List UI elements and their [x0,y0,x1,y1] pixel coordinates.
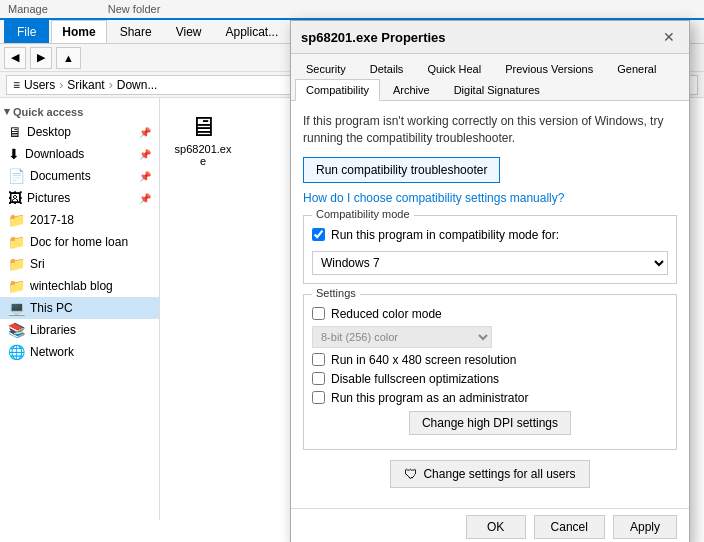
sidebar-item-thispc[interactable]: 💻 This PC [0,297,159,319]
desktop-label: Desktop [27,125,71,139]
sidebar-item-pictures[interactable]: 🖼 Pictures 📌 [0,187,159,209]
explorer-window: Manage New folder File Home Share View A… [0,0,704,542]
dochomeloan-label: Doc for home loan [30,235,128,249]
run-640-checkbox[interactable] [312,353,325,366]
documents-label: Documents [30,169,91,183]
tab-archive[interactable]: Archive [382,79,441,100]
toolbar-back-btn[interactable]: ◀ [4,47,26,69]
libraries-icon: 📚 [8,322,25,338]
disable-fullscreen-checkbox[interactable] [312,372,325,385]
breadcrumb-down: Down... [117,78,158,92]
run-admin-checkbox[interactable] [312,391,325,404]
sidebar-item-sri[interactable]: 📁 Sri [0,253,159,275]
info-text: If this program isn't working correctly … [303,113,677,147]
pin-icon-pic: 📌 [139,193,151,204]
sidebar-item-2017[interactable]: 📁 2017-18 [0,209,159,231]
pin-icon: 📌 [139,127,151,138]
breadcrumb-arrow: ≡ [13,78,20,92]
sidebar-item-documents[interactable]: 📄 Documents 📌 [0,165,159,187]
sri-label: Sri [30,257,45,271]
reduced-color-checkbox[interactable] [312,307,325,320]
ok-button[interactable]: OK [466,515,526,539]
color-select-row: 8-bit (256) color 16-bit color [312,326,668,348]
compatibility-mode-group: Compatibility mode Run this program in c… [303,215,677,284]
folder-dochomeloan-icon: 📁 [8,234,25,250]
run-admin-row: Run this program as an administrator [312,391,668,405]
documents-icon: 📄 [8,168,25,184]
tab-digital-signatures[interactable]: Digital Signatures [443,79,551,100]
breadcrumb-users: Users [24,78,55,92]
properties-dialog: sp68201.exe Properties ✕ Security Detail… [290,20,690,542]
compat-mode-checkbox[interactable] [312,228,325,241]
change-settings-label: Change settings for all users [423,467,575,481]
tab-compatibility[interactable]: Compatibility [295,79,380,101]
sidebar-item-downloads[interactable]: ⬇ Downloads 📌 [0,143,159,165]
exe-icon: 🖥 [189,110,217,143]
disable-fullscreen-row: Disable fullscreen optimizations [312,372,668,386]
folder-2017-icon: 📁 [8,212,25,228]
pictures-label: Pictures [27,191,70,205]
run-admin-label: Run this program as an administrator [331,391,528,405]
quick-access-label: Quick access [13,106,83,118]
change-high-dpi-button[interactable]: Change high DPI settings [409,411,571,435]
shield-icon: 🛡 [404,466,418,482]
dialog-tabs: Security Details Quick Heal Previous Ver… [291,54,689,101]
thispc-label: This PC [30,301,73,315]
tab-details[interactable]: Details [359,58,415,79]
tab-share[interactable]: Share [109,20,163,43]
desktop-icon: 🖥 [8,124,22,140]
apply-button[interactable]: Apply [613,515,677,539]
tab-home[interactable]: Home [51,20,106,43]
cancel-button[interactable]: Cancel [534,515,605,539]
dialog-content: If this program isn't working correctly … [291,101,689,508]
toolbar-forward-btn[interactable]: ▶ [30,47,52,69]
sidebar-item-wintechlab[interactable]: 📁 wintechlab blog [0,275,159,297]
network-icon: 🌐 [8,344,25,360]
tab-view[interactable]: View [165,20,213,43]
libraries-label: Libraries [30,323,76,337]
run-compat-troubleshooter-button[interactable]: Run compatibility troubleshooter [303,157,500,183]
change-settings-all-users-button[interactable]: 🛡 Change settings for all users [390,460,590,488]
color-mode-select[interactable]: 8-bit (256) color 16-bit color [312,326,492,348]
tab-general[interactable]: General [606,58,667,79]
ribbon-manage-bar: Manage New folder [0,0,704,20]
exe-filename: sp68201.exe [172,143,234,167]
dialog-footer: OK Cancel Apply [291,508,689,542]
2017-label: 2017-18 [30,213,74,227]
disable-fullscreen-label: Disable fullscreen optimizations [331,372,499,386]
thispc-icon: 💻 [8,300,25,316]
toolbar-up-btn[interactable]: ▲ [56,47,81,69]
run-640-row: Run in 640 x 480 screen resolution [312,353,668,367]
settings-legend: Settings [312,287,360,299]
downloads-label: Downloads [25,147,84,161]
tab-quickheal[interactable]: Quick Heal [416,58,492,79]
sidebar-section-quickaccess[interactable]: ▾ Quick access [0,102,159,121]
compat-mode-label: Run this program in compatibility mode f… [331,228,559,242]
dialog-close-button[interactable]: ✕ [659,27,679,47]
file-item-sp68201[interactable]: 🖥 sp68201.exe [168,106,238,171]
sidebar-item-libraries[interactable]: 📚 Libraries [0,319,159,341]
tab-applicat[interactable]: Applicat... [215,20,290,43]
sidebar: ▾ Quick access 🖥 Desktop 📌 ⬇ Downloads 📌… [0,98,160,520]
run-640-label: Run in 640 x 480 screen resolution [331,353,516,367]
wintechlab-label: wintechlab blog [30,279,113,293]
tab-file[interactable]: File [4,20,49,43]
compat-mode-checkbox-row: Run this program in compatibility mode f… [312,228,668,242]
sidebar-item-network[interactable]: 🌐 Network [0,341,159,363]
pin-icon-dl: 📌 [139,149,151,160]
compat-mode-legend: Compatibility mode [312,208,414,220]
folder-wintechlab-icon: 📁 [8,278,25,294]
compat-os-select[interactable]: Windows 7 Windows XP (Service Pack 3) Wi… [312,251,668,275]
sidebar-item-dochomeloan[interactable]: 📁 Doc for home loan [0,231,159,253]
breadcrumb-srikant: Srikant [67,78,104,92]
settings-group: Settings Reduced color mode 8-bit (256) … [303,294,677,450]
network-label: Network [30,345,74,359]
reduced-color-label: Reduced color mode [331,307,442,321]
new-folder-label: New folder [108,3,161,15]
tab-previous-versions[interactable]: Previous Versions [494,58,604,79]
compat-settings-link[interactable]: How do I choose compatibility settings m… [303,191,677,205]
tab-security[interactable]: Security [295,58,357,79]
sidebar-item-desktop[interactable]: 🖥 Desktop 📌 [0,121,159,143]
dialog-titlebar: sp68201.exe Properties ✕ [291,21,689,54]
reduced-color-row: Reduced color mode [312,307,668,321]
